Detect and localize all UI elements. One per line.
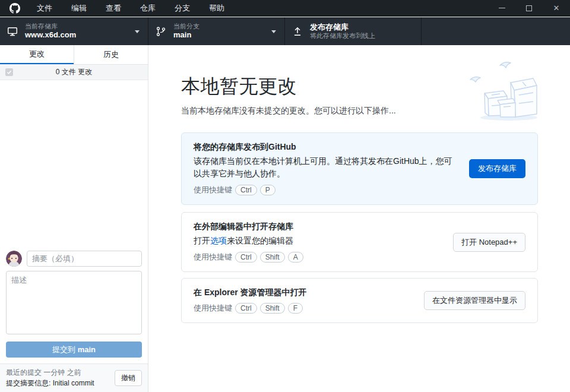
commit-summary-input[interactable] bbox=[27, 251, 142, 267]
kbd-f: F bbox=[288, 303, 303, 314]
commit-message-value: Initial commit bbox=[53, 379, 94, 387]
card-title: 将您的存储库发布到GitHub bbox=[194, 142, 458, 153]
repository-label: 当前存储库 bbox=[25, 23, 76, 31]
shortcut-label: 使用快捷键 bbox=[194, 185, 232, 195]
options-link[interactable]: 选项 bbox=[210, 236, 227, 245]
git-branch-icon bbox=[156, 26, 166, 37]
commit-to-branch-button[interactable]: 提交到 main bbox=[6, 342, 142, 358]
recent-commit-time: 最近的提交 一分钟 之前 bbox=[6, 368, 115, 378]
menu-view[interactable]: 查看 bbox=[97, 1, 129, 16]
upload-icon bbox=[292, 26, 303, 37]
publish-subtitle: 将此存储库发布到线上 bbox=[310, 32, 375, 40]
menu-file[interactable]: 文件 bbox=[28, 1, 61, 16]
computer-icon bbox=[7, 26, 18, 37]
current-repository-dropdown[interactable]: 当前存储库 www.x6d.com bbox=[0, 17, 148, 45]
user-avatar bbox=[6, 251, 22, 267]
shortcut-label: 使用快捷键 bbox=[194, 303, 232, 314]
commit-message-label: 提交摘要信息: bbox=[6, 379, 50, 387]
menu-help[interactable]: 帮助 bbox=[201, 1, 233, 16]
recent-commit-footer: 最近的提交 一分钟 之前 提交摘要信息: Initial commit 撤销 bbox=[0, 363, 148, 392]
minimize-button[interactable] bbox=[488, 0, 515, 17]
show-in-explorer-button[interactable]: 在文件资源管理器中显示 bbox=[424, 291, 525, 310]
boxes-illustration bbox=[464, 56, 553, 124]
kbd-shift: Shift bbox=[260, 252, 285, 263]
body-text: 打开 bbox=[194, 236, 210, 245]
menu-branch[interactable]: 分支 bbox=[166, 1, 198, 16]
menubar: 文件 编辑 查看 仓库 分支 帮助 bbox=[28, 1, 233, 16]
commit-button-branch: main bbox=[78, 345, 96, 354]
kbd-ctrl: Ctrl bbox=[235, 252, 257, 263]
window-controls: ✕ bbox=[488, 0, 570, 17]
card-title: 在外部编辑器中打开存储库 bbox=[194, 222, 442, 232]
changes-summary-row: 0 文件 更改 bbox=[0, 65, 148, 80]
chevron-down-icon bbox=[271, 30, 276, 33]
chevron-down-icon bbox=[135, 30, 140, 33]
kbd-ctrl: Ctrl bbox=[235, 303, 257, 314]
shortcut-label: 使用快捷键 bbox=[194, 252, 232, 263]
current-branch-dropdown[interactable]: 当前分支 main bbox=[148, 17, 285, 45]
open-in-explorer-card: 在 Explorer 资源管理器中打开 使用快捷键 Ctrl Shift F 在… bbox=[181, 278, 538, 323]
maximize-button[interactable] bbox=[515, 0, 543, 17]
menu-repository[interactable]: 仓库 bbox=[132, 1, 164, 16]
files-changed-count: 0 文件 更改 bbox=[0, 67, 148, 77]
branch-label: 当前分支 bbox=[173, 23, 200, 31]
publish-title: 发布存储库 bbox=[310, 23, 375, 32]
publish-repository-toolbar-button[interactable]: 发布存储库 将此存储库发布到线上 bbox=[285, 17, 422, 45]
card-title: 在 Explorer 资源管理器中打开 bbox=[194, 287, 413, 298]
commit-button-prefix: 提交到 bbox=[52, 345, 75, 354]
tab-changes[interactable]: 更改 bbox=[0, 45, 74, 64]
menu-edit[interactable]: 编辑 bbox=[63, 1, 95, 16]
changed-files-list bbox=[0, 80, 148, 246]
repository-name: www.x6d.com bbox=[25, 30, 76, 40]
select-all-checkbox[interactable] bbox=[5, 68, 13, 76]
branch-name: main bbox=[173, 30, 200, 40]
check-icon bbox=[7, 69, 12, 75]
publish-repository-button[interactable]: 发布存储库 bbox=[469, 159, 525, 178]
card-body: 该存储库当前仅在本地计算机上可用。通过将其发布在GitHub上，您可以共享它并与… bbox=[194, 155, 458, 180]
kbd-shift: Shift bbox=[260, 303, 285, 314]
publish-repository-card: 将您的存储库发布到GitHub 该存储库当前仅在本地计算机上可用。通过将其发布在… bbox=[181, 132, 538, 205]
tab-history[interactable]: 历史 bbox=[74, 45, 148, 64]
open-editor-button[interactable]: 打开 Notepad++ bbox=[453, 233, 525, 252]
minimize-icon bbox=[499, 8, 505, 8]
main-panel: 本地暂无更改 当前本地存储库没有未提交的更改。您可以进行以下操作... 将您的存… bbox=[149, 45, 570, 392]
github-logo-icon bbox=[10, 3, 20, 14]
undo-button[interactable]: 撤销 bbox=[115, 370, 142, 386]
sidebar: 更改 历史 0 文件 更改 bbox=[0, 45, 148, 392]
kbd-p: P bbox=[260, 185, 276, 195]
kbd-ctrl: Ctrl bbox=[235, 185, 257, 195]
commit-form: 提交到 main bbox=[0, 246, 148, 363]
commit-description-textarea[interactable] bbox=[6, 271, 142, 334]
close-button[interactable]: ✕ bbox=[543, 0, 570, 17]
toolbar: 当前存储库 www.x6d.com 当前分支 main 发布存储库 将此存储库发… bbox=[0, 17, 570, 45]
sidebar-tabs: 更改 历史 bbox=[0, 45, 148, 65]
body-text: 来设置您的编辑器 bbox=[227, 236, 293, 245]
maximize-icon bbox=[526, 5, 532, 11]
open-in-editor-card: 在外部编辑器中打开存储库 打开选项来设置您的编辑器 使用快捷键 Ctrl Shi… bbox=[181, 212, 538, 272]
titlebar: 文件 编辑 查看 仓库 分支 帮助 ✕ bbox=[0, 0, 570, 17]
kbd-a: A bbox=[288, 252, 303, 263]
close-icon: ✕ bbox=[553, 4, 560, 12]
